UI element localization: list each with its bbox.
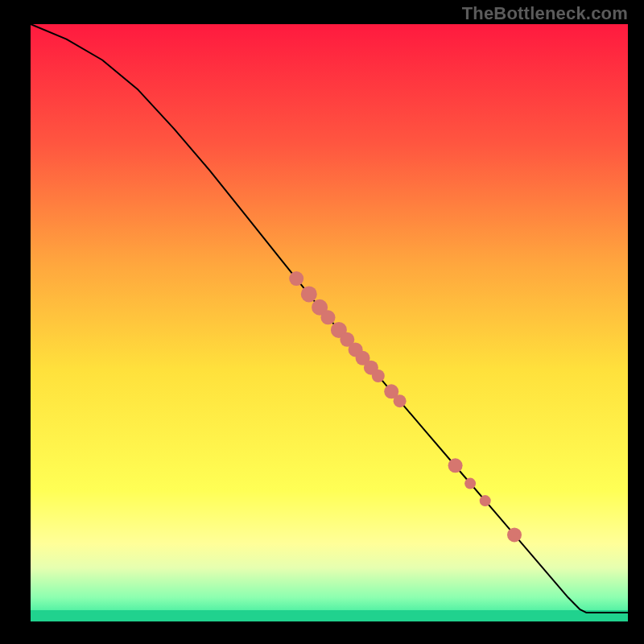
watermark-label: TheBottleneck.com xyxy=(462,3,628,24)
chart-stage: TheBottleneck.com xyxy=(0,0,644,644)
data-marker xyxy=(289,271,303,286)
baseline-band xyxy=(31,610,628,621)
data-marker xyxy=(372,369,385,382)
data-marker xyxy=(448,458,463,473)
bottleneck-chart xyxy=(0,0,644,644)
data-marker xyxy=(394,394,407,407)
data-marker xyxy=(480,495,491,506)
data-marker xyxy=(321,310,336,324)
data-marker xyxy=(507,527,522,542)
data-marker xyxy=(464,478,476,489)
data-marker xyxy=(301,286,317,302)
